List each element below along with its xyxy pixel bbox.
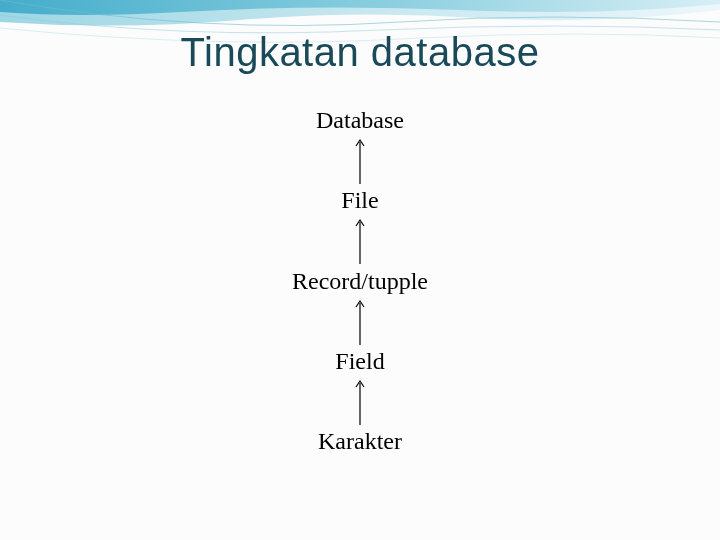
level-file: File [0,187,720,214]
level-database: Database [0,107,720,134]
level-record: Record/tupple [0,268,720,295]
level-karakter: Karakter [0,428,720,455]
arrow-up-icon [355,379,365,425]
arrow-up-icon [355,138,365,184]
arrow-up-icon [355,299,365,345]
level-field: Field [0,348,720,375]
slide-title: Tingkatan database [0,30,720,75]
arrow-up-icon [355,218,365,264]
